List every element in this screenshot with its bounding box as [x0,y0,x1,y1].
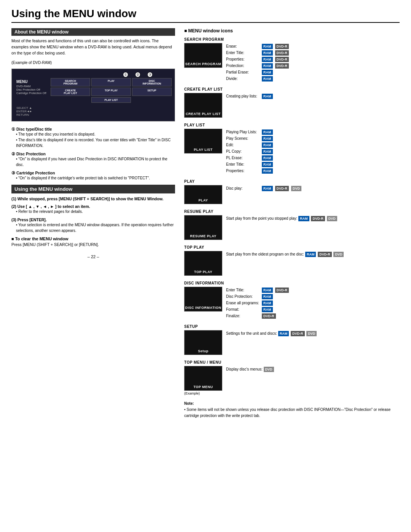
disc-information-details: Enter Title: RAM DVD-R Disc Protection: … [226,287,400,319]
play-title: PLAY [184,179,400,184]
resume-play-image-label: RESUME PLAY [190,234,217,238]
icon-section-setup: SETUP Setup Settings for the unit and di… [184,324,400,355]
step-1-title: (1) While stopped, press [MENU (SHIFT + … [11,197,175,201]
annotation-2-bullet-1: "On" is displayed if you have used Disc … [11,156,175,168]
to-clear-section: To clear the MENU window Press [MENU (SH… [11,236,175,247]
icon-section-play: PLAY PLAY Disc play: RAM DVD-R DVD [184,179,400,204]
top-play-dvd: DVD [333,252,344,257]
search-program-title: SEARCH PROGRAM [184,37,400,42]
pl-entertitle-ram: RAM [262,162,273,167]
create-play-list-image-label: CREATE PLAY LIST [186,112,221,116]
resume-dvdr: DVD-R [311,216,325,221]
search-protection-row: Protection: RAM DVD-R [226,62,400,69]
step-3-bullet: Your selection is entered and the MENU w… [11,222,175,233]
top-menu-example-label: (Example) [184,391,200,395]
setup-ram: RAM [278,331,289,336]
disc-erase-all-row: Erase all programs: RAM [226,300,400,306]
search-protection-dvdr: DVD-R [275,63,289,69]
to-clear-header: To clear the MENU window [11,236,175,241]
diagram-icon-search: SEARCHPROGRAM [51,78,90,86]
step-3-title: (3) Press [ENTER]. [11,217,175,222]
annotation-1: ① Disc type/Disc title The type of the d… [11,127,175,149]
search-protection-ram: RAM [262,63,273,69]
play-list-image: PLAY LIST [184,129,222,153]
play-list-title: PLAY LIST [184,123,400,127]
to-clear-text: Press [MENU (SHIFT + SEARCH)] or [RETURN… [11,242,175,247]
search-partialerase-row: Partial Erase: RAM [226,69,400,75]
diagram-right-panel: SEARCHPROGRAM PLAY DISCINFORMATION CREAT… [51,78,172,118]
search-program-image: SEARCH PROGRAM [184,43,222,68]
pl-copy-ram: RAM [262,149,273,154]
search-properties-ram: RAM [262,57,273,62]
play-image: PLAY [184,185,222,204]
disc-entertitle-ram: RAM [262,288,273,293]
disc-erase-all-ram: RAM [262,300,273,306]
step-2: (2) Use [ ▲ , ▼ , ◄ , ► ] to select an i… [11,204,175,214]
pl-properties-label: Properties: [226,168,260,174]
page-title: Using the MENU window [11,8,400,23]
play-disc-dvdr: DVD-R [275,186,289,191]
disc-entertitle-dvdr: DVD-R [275,288,289,293]
disc-format-row: Format: RAM [226,306,400,313]
resume-play-title: RESUME PLAY [184,209,400,214]
create-play-list-image: CREATE PLAY LIST [184,93,222,118]
icon-section-search-program: SEARCH PROGRAM SEARCH PROGRAM Erase: RAM… [184,37,400,82]
pl-edit-row: Edit: RAM [226,142,400,148]
pl-playing-ram: RAM [262,129,273,135]
play-image-label: PLAY [198,198,208,202]
play-list-details: Playing Play Lists: RAM Play Scenes: RAM… [226,129,400,174]
play-disc-label: Disc play: [226,185,260,192]
disc-protection-row: Disc Protection: RAM [226,293,400,300]
about-section: About the MENU window Most of the featur… [11,28,175,56]
diagram-label: (Example of DVD-RAM) [11,61,175,65]
setup-image: Setup [184,330,222,355]
annotation-3: ③ Cartridge Protection "On" is displayed… [11,171,175,181]
pl-properties-ram: RAM [262,168,273,174]
page-number: – 22 – [11,254,175,259]
right-column: MENU window icons SEARCH PROGRAM SEARCH … [184,28,400,419]
diagram-return: RETURN [16,113,48,117]
resume-ram: RAM [298,216,309,221]
icon-section-play-list: PLAY LIST PLAY LIST Playing Play Lists: … [184,123,400,174]
search-erase-dvdr: DVD-R [275,44,289,49]
icon-section-resume-play: RESUME PLAY RESUME PLAY Start play from … [184,209,400,240]
top-menu-details: Display disc's menus: DVD [226,366,400,372]
create-play-list-details: Creating play lists: RAM [226,93,400,99]
diagram-icon-play: PLAY [91,78,131,86]
annotation-3-title: ③ Cartridge Protection [11,171,175,175]
resume-play-image: RESUME PLAY [184,215,222,240]
pl-properties-row: Properties: RAM [226,168,400,174]
top-menu-text: Display disc's menus: DVD [226,366,400,372]
pl-copy-row: PL Copy: RAM [226,148,400,155]
diagram-select: SELECT ▲ [16,106,48,110]
resume-play-text: Start play from the point you stopped pl… [226,215,400,222]
create-creating-ram: RAM [262,94,273,99]
top-menu-dvd: DVD [264,367,274,372]
disc-information-image: DISC INFORMATION [184,287,222,312]
step-3: (3) Press [ENTER]. Your selection is ent… [11,217,175,233]
setup-image-label: Setup [198,349,209,353]
search-entertitle-label: Enter Title: [226,50,260,56]
left-column: About the MENU window Most of the featur… [11,28,175,419]
disc-erase-all-label: Erase all programs: [226,300,260,306]
pl-playing-label: Playing Play Lists: [226,129,260,135]
annotation-2: ② Disc Protection "On" is displayed if y… [11,152,175,168]
top-play-text: Start play from the oldest program on th… [226,251,400,257]
pl-entertitle-label: Enter Title: [226,161,260,168]
top-play-image-label: TOP PLAY [194,270,212,274]
pl-edit-label: Edit: [226,142,260,148]
top-play-image: TOP PLAY [184,251,222,276]
search-program-image-label: SEARCH PROGRAM [185,62,221,66]
annotation-2-title: ② Disc Protection [11,152,175,156]
using-header: Using the MENU window [11,185,175,193]
note-section: Note: Some items will not be shown unles… [184,401,400,419]
pl-entertitle-row: Enter Title: RAM [226,161,400,168]
search-properties-label: Properties: [226,56,260,62]
annotation-1-title: ① Disc type/Disc title [11,127,175,131]
search-erase-row: Erase: RAM DVD-R [226,43,400,50]
menu-diagram: ① ② ③ MENU DVD-RAMDisc Protection OffCar… [11,69,175,121]
top-menu-image-label: TOP MENU [193,385,213,389]
menu-icons-header: MENU window icons [184,28,400,34]
search-erase-ram: RAM [262,44,273,49]
diagram-menu-title: MENU [16,80,48,84]
